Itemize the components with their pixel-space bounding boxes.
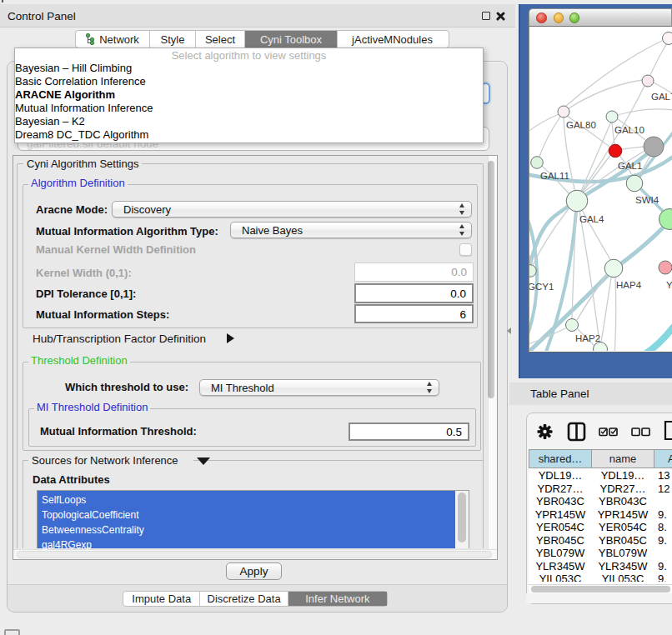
svg-text:GAL1: GAL1 xyxy=(618,161,642,171)
svg-text:GAL11: GAL11 xyxy=(540,171,569,181)
svg-text:YJ: YJ xyxy=(666,280,672,290)
svg-text:SWI4: SWI4 xyxy=(635,195,659,205)
svg-text:GAL10: GAL10 xyxy=(614,125,644,135)
svg-text:GCY1: GCY1 xyxy=(529,282,554,292)
svg-text:GAL80: GAL80 xyxy=(566,120,596,130)
svg-text:HAP4: HAP4 xyxy=(616,280,642,290)
svg-text:GAL7: GAL7 xyxy=(651,92,672,102)
svg-text:HAP2: HAP2 xyxy=(575,333,600,343)
svg-text:GAL4: GAL4 xyxy=(579,214,604,224)
